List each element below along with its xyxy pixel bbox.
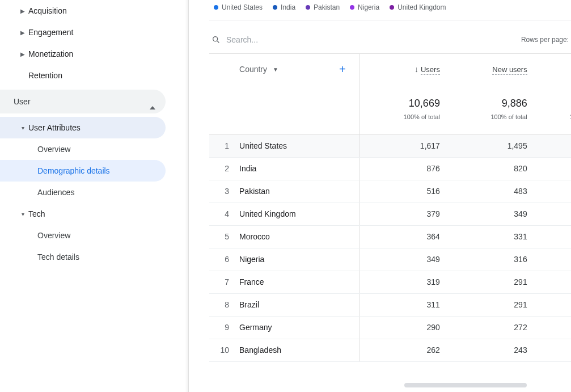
search-wrap (209, 35, 340, 44)
svg-line-1 (217, 41, 219, 43)
main-content: United StatesIndiaPakistanNigeriaUnited … (189, 0, 571, 392)
sidebar-item-monetization[interactable]: ▶ Monetization (0, 43, 166, 65)
table-row[interactable]: 2India8768207 (209, 157, 571, 180)
sidebar-item-label: Tech details (37, 252, 79, 262)
row-new-users: 331 (447, 225, 534, 248)
table-row[interactable]: 7France3192913 (209, 271, 571, 293)
total-engaged: 10,7 (541, 98, 571, 109)
row-index: 8 (209, 293, 239, 316)
horizontal-scrollbar[interactable] (404, 383, 568, 387)
table-row[interactable]: 8Brazil3112913 (209, 293, 571, 316)
total-users: 10,669 (367, 98, 440, 109)
sidebar-item-label: Monetization (28, 49, 73, 58)
sidebar-item-retention[interactable]: Retention (0, 65, 166, 86)
row-users: 1,617 (359, 134, 447, 157)
row-country: India (239, 157, 359, 180)
legend-label: India (281, 3, 295, 11)
table-row[interactable]: 3Pakistan5164835 (209, 180, 571, 203)
row-new-users: 316 (447, 248, 534, 271)
row-country: Germany (239, 316, 359, 339)
sidebar-item-label: Acquisition (28, 6, 67, 15)
sidebar-item-audiences[interactable]: Audiences (0, 182, 166, 203)
row-index: 7 (209, 271, 239, 293)
metric-header-engaged[interactable]: Engag sessio (541, 59, 571, 79)
row-users: 876 (359, 157, 447, 180)
table-row[interactable]: 10Bangladesh2622432 (209, 339, 571, 361)
legend-dot-icon (306, 5, 310, 10)
legend-item[interactable]: Nigeria (350, 3, 379, 11)
add-dimension-button[interactable]: + (339, 63, 346, 76)
table-row[interactable]: 6Nigeria3493164 (209, 248, 571, 271)
row-country: Morocco (239, 225, 359, 248)
sidebar-item-tech-overview[interactable]: Overview (0, 225, 166, 246)
table-row[interactable]: 5Morocco3643313 (209, 225, 571, 248)
table-toolbar: Rows per page: (209, 26, 571, 53)
table-row[interactable]: 1United States1,6171,4951,5 (209, 134, 571, 157)
row-new-users: 820 (447, 157, 534, 180)
rows-per-page-label: Rows per page: (521, 36, 571, 44)
legend-item[interactable]: Pakistan (306, 3, 340, 11)
dimension-picker[interactable]: Country ▼ (239, 65, 278, 74)
row-engaged: 1,5 (534, 134, 571, 157)
table-row[interactable]: 4United Kingdom3793493 (209, 203, 571, 225)
row-index: 2 (209, 157, 239, 180)
sidebar-item-engagement[interactable]: ▶ Engagement (0, 22, 166, 43)
legend-item[interactable]: United Kingdom (390, 3, 446, 11)
metric-header-new-users[interactable]: New users (492, 65, 527, 75)
row-engaged: 3 (534, 293, 571, 316)
sidebar-item-tech-details[interactable]: Tech details (0, 246, 166, 268)
row-engaged: 2 (534, 339, 571, 361)
legend-dot-icon (273, 5, 277, 10)
row-users: 516 (359, 180, 447, 203)
sidebar-item-acquisition[interactable]: ▶ Acquisition (0, 0, 166, 22)
sidebar-item-label: User Attributes (28, 123, 81, 132)
row-new-users: 291 (447, 271, 534, 293)
row-users: 319 (359, 271, 447, 293)
metric-header-users: Users (421, 65, 440, 75)
sort-indicator[interactable]: ↓Users (414, 65, 440, 74)
row-country: Pakistan (239, 180, 359, 203)
row-engaged: 3 (534, 203, 571, 225)
legend-label: Nigeria (358, 3, 379, 11)
row-engaged: 3 (534, 271, 571, 293)
sidebar-item-tech[interactable]: ▾ Tech (0, 203, 166, 225)
row-engaged: 4 (534, 248, 571, 271)
row-index: 4 (209, 203, 239, 225)
row-new-users: 1,495 (447, 134, 534, 157)
row-engaged: 7 (534, 157, 571, 180)
sidebar-item-demographic-details[interactable]: Demographic details (0, 160, 166, 182)
legend-label: United Kingdom (397, 3, 446, 11)
row-index: 3 (209, 180, 239, 203)
search-input[interactable] (226, 35, 340, 44)
row-users: 349 (359, 248, 447, 271)
sidebar-item-user-attributes[interactable]: ▾ User Attributes (0, 117, 166, 138)
row-users: 379 (359, 203, 447, 225)
table-row[interactable]: 9Germany2902723 (209, 316, 571, 339)
row-users: 364 (359, 225, 447, 248)
row-index: 9 (209, 316, 239, 339)
caret-down-icon: ▾ (17, 125, 28, 131)
legend-label: Pakistan (314, 3, 340, 11)
legend-item[interactable]: India (273, 3, 295, 11)
legend-item[interactable]: United States (214, 3, 263, 11)
total-new-users: 9,886 (454, 98, 527, 109)
sidebar-item-label: Tech (28, 209, 45, 218)
row-new-users: 483 (447, 180, 534, 203)
row-country: United Kingdom (239, 203, 359, 225)
row-engaged: 3 (534, 225, 571, 248)
row-country: Nigeria (239, 248, 359, 271)
data-table: Country ▼ + ↓Users New users (209, 53, 571, 362)
sidebar-item-label: Demographic details (37, 166, 110, 175)
legend-dot-icon (350, 5, 354, 10)
sidebar-item-ua-overview[interactable]: Overview (0, 138, 166, 160)
caret-right-icon: ▶ (17, 8, 28, 14)
search-icon (212, 35, 221, 44)
sidebar-item-label: Engagement (28, 28, 73, 37)
row-country: Bangladesh (239, 339, 359, 361)
caret-down-icon: ▼ (273, 66, 278, 73)
chart-legend: United StatesIndiaPakistanNigeriaUnited … (209, 0, 571, 20)
row-country: United States (239, 134, 359, 157)
caret-right-icon: ▶ (17, 29, 28, 36)
sidebar-section-user[interactable]: User (0, 90, 166, 113)
caret-right-icon: ▶ (17, 51, 28, 57)
